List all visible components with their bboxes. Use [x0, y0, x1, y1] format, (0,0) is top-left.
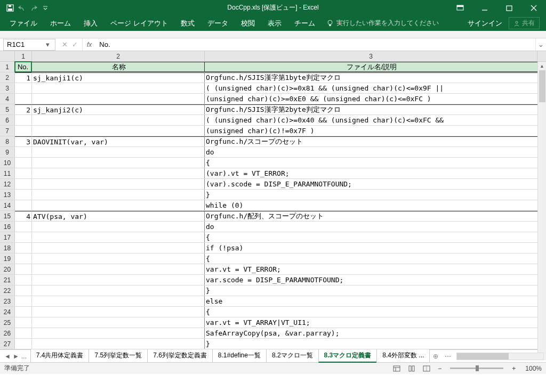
tell-me-search[interactable]: 実行したい作業を入力してください	[327, 19, 439, 28]
cell[interactable]: Orgfunc.h/SJIS漢字第1byte判定マクロ	[205, 72, 537, 83]
row-header[interactable]: 8	[0, 136, 15, 146]
cell[interactable]: {	[205, 254, 537, 264]
table-row[interactable]: 4 (unsigned char)(c)>=0xE0 && (unsigned …	[0, 94, 546, 104]
cell[interactable]: var.vt = VT_ERROR;	[205, 264, 537, 274]
row-header[interactable]: 5	[0, 104, 15, 115]
cell[interactable]	[15, 328, 32, 338]
cell[interactable]	[15, 254, 32, 264]
cell[interactable]: }	[205, 339, 537, 349]
row-header[interactable]: 21	[0, 275, 15, 285]
row-header[interactable]: 3	[0, 83, 15, 93]
row-header[interactable]: 19	[0, 254, 15, 264]
cell[interactable]	[15, 115, 32, 125]
zoom-level[interactable]: 100%	[525, 365, 542, 372]
cell[interactable]: sj_kanji2(c)	[32, 104, 205, 115]
cell[interactable]: var.scode = DISP_E_PARAMNOTFOUND;	[205, 275, 537, 285]
cell[interactable]: do	[205, 147, 537, 157]
sheet-tab[interactable]: 8.4外部変数 ...	[376, 349, 430, 363]
tab-nav-prev-icon[interactable]: ◄	[4, 353, 11, 360]
cell[interactable]	[32, 147, 205, 157]
cell[interactable]: {	[205, 232, 537, 242]
cell[interactable]: No.	[15, 62, 32, 72]
row-header[interactable]: 12	[0, 179, 15, 189]
ribbon-tab-formulas[interactable]: 数式	[174, 15, 201, 31]
cell[interactable]	[15, 168, 32, 178]
table-row[interactable]: 14 while (0)	[0, 200, 546, 211]
cell[interactable]: (unsigned char)(c)!=0x7F )	[205, 126, 537, 136]
save-icon[interactable]	[6, 4, 14, 12]
cell[interactable]	[32, 94, 205, 104]
cell[interactable]	[15, 339, 32, 349]
enter-icon[interactable]: ✓	[72, 40, 78, 48]
spreadsheet-grid[interactable]: 1 2 3 1No.名称ファイル名/説明21sj_kanji1(c)Orgfun…	[0, 51, 546, 349]
row-header[interactable]: 6	[0, 115, 15, 125]
cell[interactable]: Orgfunc.h/配列、スコープのセット	[205, 211, 537, 221]
row-header[interactable]: 22	[0, 285, 15, 296]
row-header[interactable]: 13	[0, 190, 15, 200]
table-row[interactable]: 12 (var).scode = DISP_E_PARAMNOTFOUND;	[0, 179, 546, 190]
sheet-tab[interactable]: 8.3マクロ定義書	[318, 349, 378, 363]
signin-link[interactable]: サインイン	[468, 19, 502, 28]
cell[interactable]: }	[205, 285, 537, 296]
ribbon-tab-home[interactable]: ホーム	[44, 15, 77, 31]
cell[interactable]	[32, 158, 205, 168]
zoom-slider[interactable]	[450, 368, 503, 369]
cell[interactable]: DAOVINIT(var, var)	[32, 136, 205, 146]
qat-customize-icon[interactable]	[42, 4, 49, 12]
expand-formula-bar-icon[interactable]: ⌄	[535, 38, 546, 51]
cell[interactable]: 2	[15, 104, 32, 115]
vertical-scrollbar[interactable]: ▲ ▼	[537, 62, 546, 360]
row-header[interactable]: 27	[0, 339, 15, 349]
cell[interactable]	[15, 264, 32, 274]
table-row[interactable]: 9 do	[0, 147, 546, 158]
cell[interactable]: 3	[15, 136, 32, 146]
cell[interactable]: (var).scode = DISP_E_PARAMNOTFOUND;	[205, 179, 537, 189]
cell[interactable]	[32, 254, 205, 264]
cell[interactable]	[32, 232, 205, 242]
cell[interactable]	[15, 179, 32, 189]
row-header[interactable]: 20	[0, 264, 15, 274]
cell[interactable]	[15, 147, 32, 157]
cell[interactable]: SafeArrayCopy(psa, &var.parray);	[205, 328, 537, 338]
select-all-corner[interactable]	[0, 51, 15, 61]
zoom-out-button[interactable]: −	[436, 365, 444, 372]
cell[interactable]	[15, 275, 32, 285]
page-layout-view-icon[interactable]	[406, 364, 417, 373]
cell[interactable]: }	[205, 190, 537, 200]
table-row[interactable]: 154ATV(psa, var)Orgfunc.h/配列、スコープのセット	[0, 211, 546, 222]
cell[interactable]	[15, 222, 32, 232]
sheet-tab[interactable]: 7.6列挙定数定義書	[147, 349, 213, 363]
row-header[interactable]: 23	[0, 296, 15, 306]
scroll-up-icon[interactable]: ▲	[538, 62, 546, 70]
cell[interactable]	[32, 126, 205, 136]
row-header[interactable]: 10	[0, 158, 15, 168]
cell[interactable]	[15, 307, 32, 317]
cell[interactable]	[32, 275, 205, 285]
ribbon-tab-team[interactable]: チーム	[288, 15, 322, 31]
sheet-tab[interactable]: 8.1#define一覧	[212, 349, 267, 363]
cell[interactable]	[32, 83, 205, 93]
ribbon-display-icon[interactable]	[448, 0, 472, 15]
row-header[interactable]: 26	[0, 328, 15, 338]
table-row[interactable]: 27 }	[0, 339, 546, 349]
cell[interactable]: ATV(psa, var)	[32, 211, 205, 221]
row-header[interactable]: 17	[0, 232, 15, 242]
scroll-thumb[interactable]	[457, 353, 509, 360]
sheet-tab[interactable]: 8.2マクロ一覧	[266, 349, 319, 363]
table-row[interactable]: 83DAOVINIT(var, var)Orgfunc.h/スコープのセット	[0, 136, 546, 147]
cell[interactable]	[32, 328, 205, 338]
zoom-knob[interactable]	[476, 365, 479, 371]
table-row[interactable]: 1No.名称ファイル名/説明	[0, 62, 546, 72]
cell[interactable]: if (!psa)	[205, 243, 537, 253]
col-header[interactable]: 3	[205, 51, 537, 61]
cell[interactable]	[15, 94, 32, 104]
table-row[interactable]: 3 ( (unsigned char)(c)>=0x81 && (unsigne…	[0, 83, 546, 94]
cell[interactable]	[15, 296, 32, 306]
cell[interactable]: ( (unsigned char)(c)>=0x81 && (unsigned …	[205, 83, 537, 93]
cell[interactable]	[15, 83, 32, 93]
cell[interactable]	[32, 339, 205, 349]
cell[interactable]: (var).vt = VT_ERROR;	[205, 168, 537, 178]
cell[interactable]: {	[205, 307, 537, 317]
cell[interactable]	[32, 115, 205, 125]
zoom-in-button[interactable]: +	[510, 365, 518, 372]
